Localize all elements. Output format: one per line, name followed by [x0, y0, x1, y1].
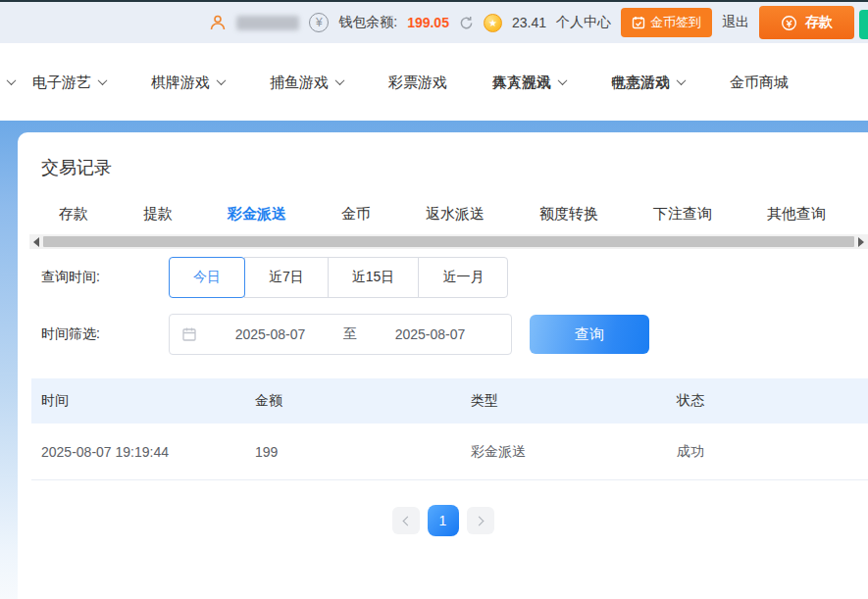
coin-signin-button[interactable]: 金币签到: [621, 8, 712, 37]
current-page-button[interactable]: 1: [428, 505, 459, 536]
chevron-down-icon: [98, 75, 108, 85]
coin-balance-value: 23.41: [512, 15, 546, 30]
scroll-right-icon[interactable]: [858, 237, 864, 247]
table-header-row: 时间 金额 类型 状态: [31, 378, 868, 424]
next-page-button[interactable]: [467, 507, 494, 534]
user-icon: [209, 14, 227, 31]
table-row: 2025-08-07 19:19:44 199 彩金派送 成功: [31, 424, 868, 480]
chevron-down-icon: [217, 75, 227, 85]
nav-item-board-games[interactable]: 棋牌游戏: [151, 74, 225, 92]
date-range-picker[interactable]: 2025-08-07 至 2025-08-07: [169, 314, 512, 355]
query-time-row: 查询时间: 今日 近7日 近15日 近一月: [41, 257, 508, 298]
tab-rebate-delivery[interactable]: 返水派送: [426, 205, 485, 224]
main-nav: 电子游艺 棋牌游戏 捕鱼游戏 彩票游戏 体育游戏 真人视讯 电竞游戏 优惠活动: [0, 45, 868, 121]
cell-time: 2025-08-07 19:19:44: [31, 444, 245, 460]
chevron-down-icon: [558, 75, 568, 85]
search-button[interactable]: 查询: [530, 315, 649, 354]
scrollbar-thumb[interactable]: [43, 236, 854, 247]
date-to-label: 至: [339, 325, 361, 343]
start-date-value[interactable]: 2025-08-07: [201, 326, 339, 342]
records-table: 时间 金额 类型 状态 2025-08-07 19:19:44 199 彩金派送…: [31, 378, 868, 480]
cell-status: 成功: [667, 443, 868, 461]
nav-overlay-text: 优惠活动: [611, 74, 670, 92]
calendar-check-icon: [632, 16, 645, 29]
header-time: 时间: [31, 392, 245, 410]
nav-item-lottery-games[interactable]: 彩票游戏: [388, 74, 447, 92]
header-type: 类型: [461, 392, 667, 410]
tab-bet-query[interactable]: 下注查询: [653, 205, 712, 224]
range-15days-button[interactable]: 近15日: [328, 257, 420, 298]
nav-partial-chevron-icon[interactable]: [7, 75, 17, 85]
tab-quota-transfer[interactable]: 额度转换: [539, 205, 598, 224]
nav-overlay-text: 真人视讯: [492, 74, 551, 92]
tab-bonus-delivery[interactable]: 彩金派送: [228, 205, 286, 224]
wallet-balance-value: 199.05: [407, 15, 449, 30]
main-background: 交易记录 存款 提款 彩金派送 金币 返水派送 额度转换 下注查询 其他查询 查…: [0, 121, 868, 599]
range-7days-button[interactable]: 近7日: [244, 257, 329, 298]
nav-item-esports[interactable]: 电竞游戏 优惠活动: [611, 74, 685, 92]
calendar-icon: [181, 326, 197, 342]
nav-item-electronic-games[interactable]: 电子游艺: [32, 74, 106, 92]
scroll-left-icon[interactable]: [33, 237, 39, 247]
nav-item-fishing-games[interactable]: 捕鱼游戏: [270, 74, 343, 92]
page: ¥ 钱包余额: 199.05 ★ 23.41 个人中心 金币签到 退出 存款: [0, 0, 868, 599]
chevron-down-icon: [335, 75, 345, 85]
logout-link[interactable]: 退出: [722, 14, 749, 31]
top-bar: ¥ 钱包余额: 199.05 ★ 23.41 个人中心 金币签到 退出 存款: [0, 0, 868, 43]
page-title: 交易记录: [41, 156, 112, 179]
tab-withdraw[interactable]: 提款: [143, 205, 173, 224]
end-date-value[interactable]: 2025-08-07: [361, 326, 499, 342]
range-month-button[interactable]: 近一月: [418, 257, 508, 298]
profile-link[interactable]: 个人中心: [556, 14, 611, 31]
tab-gold-coin[interactable]: 金币: [341, 205, 371, 224]
wallet-balance-label: 钱包余额:: [338, 14, 397, 31]
yen-circle-icon: ¥: [309, 13, 329, 32]
username-redacted: [236, 16, 299, 30]
header-status: 状态: [667, 392, 868, 410]
tab-deposit[interactable]: 存款: [59, 205, 88, 224]
chevron-right-icon: [474, 516, 484, 525]
chevron-left-icon: [402, 516, 412, 525]
cell-amount: 199: [245, 444, 461, 460]
prev-page-button[interactable]: [392, 507, 420, 534]
record-tabs: 存款 提款 彩金派送 金币 返水派送 额度转换 下注查询 其他查询: [59, 205, 868, 224]
deposit-button[interactable]: 存款: [759, 6, 854, 39]
time-filter-label: 时间筛选:: [41, 325, 169, 343]
coin-icon: [781, 15, 797, 31]
header-amount: 金额: [245, 392, 461, 410]
query-time-label: 查询时间:: [41, 269, 169, 286]
cell-type: 彩金派送: [461, 443, 667, 461]
gold-coin-icon: ★: [484, 14, 502, 32]
nav-item-coin-mall[interactable]: 金币商城: [730, 74, 789, 92]
transaction-panel: 交易记录 存款 提款 彩金派送 金币 返水派送 额度转换 下注查询 其他查询 查…: [18, 132, 868, 599]
time-filter-row: 时间筛选: 2025-08-07 至 2025-08-07 查询: [41, 314, 649, 355]
quick-range-group: 今日 近7日 近15日 近一月: [169, 257, 508, 298]
pagination: 1: [18, 505, 868, 536]
tabs-scrollbar[interactable]: [29, 234, 868, 249]
chevron-down-icon: [677, 75, 687, 85]
tab-other-query[interactable]: 其他查询: [767, 205, 826, 224]
range-today-button[interactable]: 今日: [169, 257, 245, 298]
refresh-icon[interactable]: [459, 16, 474, 30]
side-float-button[interactable]: [859, 10, 868, 39]
nav-item-sports[interactable]: 体育游戏 真人视讯: [492, 74, 566, 92]
